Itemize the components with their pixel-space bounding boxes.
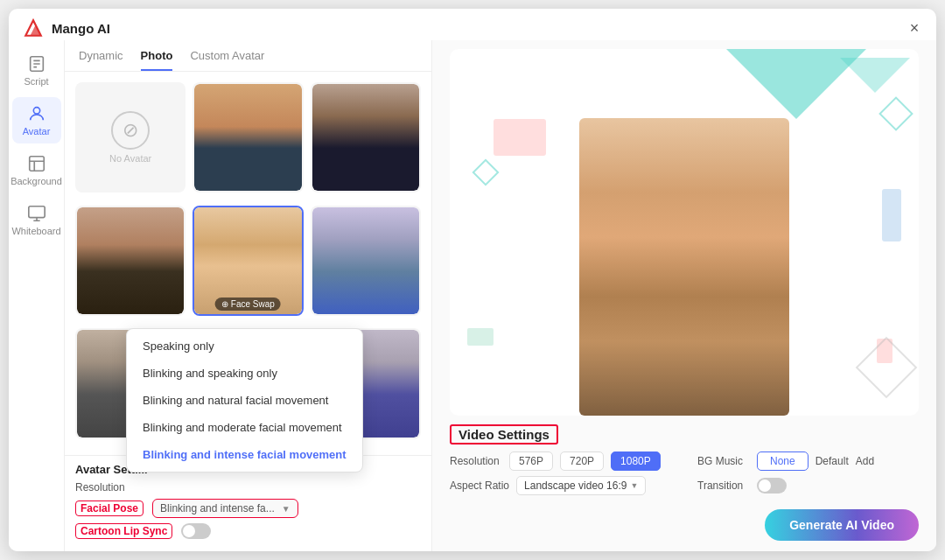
video-settings-section: Video Settings Resolution 576P 720P 1080… (450, 424, 919, 541)
sidebar-item-whiteboard[interactable]: Whiteboard (12, 197, 61, 243)
deco-teal-diamond2 (472, 158, 499, 186)
avatar-cell-5[interactable] (311, 206, 421, 316)
dropdown-item-blinking-natural[interactable]: Blinking and natural facial movement (127, 387, 362, 414)
avatar-cell-4[interactable]: ⊕ Face Swap (192, 206, 303, 316)
no-avatar-circle: ⊘ (111, 111, 150, 150)
deco-diamond (878, 96, 914, 131)
close-button[interactable]: × (905, 18, 924, 38)
deco-outline-diamond (856, 337, 918, 399)
svg-rect-7 (29, 157, 44, 172)
avatar-cell-2[interactable] (311, 82, 421, 192)
sidebar: Script Avatar Background (9, 40, 65, 551)
app-title: Mango AI (52, 21, 110, 36)
svg-point-6 (33, 108, 39, 114)
deco-blue-rect (882, 189, 901, 242)
facial-pose-select[interactable]: Blinking and intense fa... ▼ (152, 499, 298, 518)
deco-pink-rect (494, 119, 546, 156)
background-icon (27, 154, 46, 173)
deco-teal-small (840, 58, 910, 93)
deco-green-rect (467, 328, 494, 346)
facial-pose-value: Blinking and intense fa... (160, 502, 275, 514)
dropdown-item-blinking-speaking[interactable]: Blinking and speaking only (127, 360, 362, 387)
logo-icon (21, 16, 46, 40)
video-settings-title: Video Settings (450, 424, 558, 444)
bg-music-default: Default (816, 455, 849, 467)
main-content: Script Avatar Background (9, 40, 936, 551)
no-avatar-label: No Avatar (109, 153, 151, 164)
sidebar-item-background[interactable]: Background (12, 147, 61, 193)
facial-pose-dropdown: Speaking only Blinking and speaking only… (126, 328, 363, 472)
preview-avatar-image (579, 118, 789, 416)
sidebar-item-script[interactable]: Script (12, 47, 61, 94)
avatar-image-1 (194, 84, 301, 191)
dropdown-item-blinking-intense[interactable]: Blinking and intense facial movement (127, 441, 362, 468)
transition-vs-row: Transition (697, 478, 919, 494)
app-window: Mango AI × Script Ava (9, 9, 936, 551)
dropdown-item-blinking-moderate[interactable]: Blinking and moderate facial movement (127, 414, 362, 441)
tab-photo[interactable]: Photo (141, 49, 173, 71)
toggle-thumb (183, 525, 195, 537)
aspect-ratio-vs-row: Aspect Ratio Landscape video 16:9 ▼ (450, 476, 671, 495)
bg-music-label: BG Music (697, 455, 750, 467)
script-icon (27, 54, 46, 74)
preview-avatar (579, 118, 789, 416)
avatar-icon (27, 104, 46, 123)
tab-dynamic[interactable]: Dynamic (79, 49, 123, 71)
res-btn-720p[interactable]: 720P (560, 452, 604, 471)
sidebar-item-label: Script (24, 76, 48, 87)
tab-bar: Dynamic Photo Custom Avatar (65, 40, 431, 72)
generate-row: Generate AI Video (450, 500, 919, 541)
tab-custom-avatar[interactable]: Custom Avatar (190, 49, 264, 71)
left-panel: Dynamic Photo Custom Avatar ⊘ No Avatar (65, 40, 432, 551)
bg-music-none-btn[interactable]: None (757, 452, 808, 471)
aspect-ratio-select[interactable]: Landscape video 16:9 ▼ (516, 476, 646, 495)
cartoon-lip-sync-row: Cartoon Lip Sync (75, 523, 421, 539)
chevron-down-icon: ▼ (630, 481, 638, 490)
resolution-row: Resolution (75, 481, 421, 494)
whiteboard-icon (27, 204, 46, 223)
avatar-cell-no-avatar[interactable]: ⊘ No Avatar (75, 82, 186, 192)
transition-label: Transition (697, 480, 750, 492)
facial-pose-label: Facial Pose (75, 500, 144, 516)
avatar-image-2 (312, 84, 419, 191)
svg-rect-10 (28, 206, 44, 218)
transition-thumb (759, 480, 771, 492)
sidebar-item-label: Background (10, 176, 62, 186)
aspect-ratio-label: Aspect Ratio (450, 480, 509, 492)
avatar-image-5 (312, 207, 419, 314)
deco-pink-small (877, 339, 892, 363)
chevron-down-icon: ▼ (282, 504, 290, 514)
svg-marker-1 (31, 25, 41, 36)
generate-ai-video-button[interactable]: Generate AI Video (765, 509, 919, 541)
logo: Mango AI (21, 16, 110, 40)
right-panel: Video Settings Resolution 576P 720P 1080… (432, 40, 936, 551)
facial-pose-row: Facial Pose Blinking and intense fa... ▼ (75, 499, 421, 518)
transition-toggle[interactable] (757, 478, 787, 494)
sidebar-item-label: Avatar (23, 126, 51, 136)
deco-teal-triangle (726, 49, 866, 119)
res-btn-576p[interactable]: 576P (509, 452, 553, 471)
avatar-cell-1[interactable] (192, 82, 303, 192)
cartoon-lip-sync-toggle[interactable] (181, 523, 211, 539)
dropdown-item-speaking-only[interactable]: Speaking only (127, 332, 362, 360)
resolution-vs-row: Resolution 576P 720P 1080P (450, 452, 671, 471)
avatar-cell-3[interactable] (75, 206, 186, 316)
resolution-vs-label: Resolution (450, 455, 502, 467)
title-bar: Mango AI × (9, 9, 936, 40)
cartoon-lip-sync-label: Cartoon Lip Sync (75, 523, 172, 539)
avatar-image-3 (77, 207, 184, 314)
resolution-label: Resolution (75, 481, 136, 494)
aspect-ratio-value: Landscape video 16:9 (524, 480, 626, 492)
preview-area (450, 49, 919, 416)
bg-music-vs-row: BG Music None Default Add (697, 452, 919, 471)
res-btn-1080p[interactable]: 1080P (611, 452, 661, 471)
bg-music-add: Add (856, 455, 874, 467)
face-swap-label: ⊕ Face Swap (215, 298, 281, 311)
sidebar-item-label: Whiteboard (11, 226, 60, 236)
sidebar-item-avatar[interactable]: Avatar (12, 97, 61, 144)
